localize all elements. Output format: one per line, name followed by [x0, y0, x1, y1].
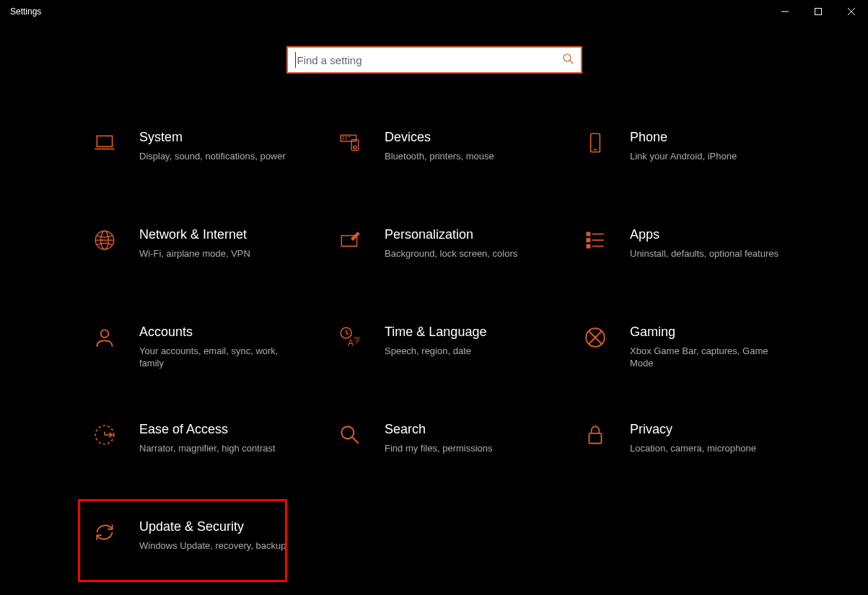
tile-devices[interactable]: Devices Bluetooth, printers, mouse	[328, 124, 574, 221]
svg-line-32	[346, 333, 348, 335]
tile-title: Privacy	[630, 422, 756, 438]
search-input[interactable]: Find a setting	[286, 46, 582, 74]
tile-personalization[interactable]: Personalization Background, lock screen,…	[328, 221, 574, 319]
svg-line-5	[570, 61, 573, 63]
tile-title: Ease of Access	[139, 422, 276, 438]
window-title: Settings	[10, 6, 41, 17]
search-area: Find a setting	[0, 46, 868, 74]
tile-title: Update & Security	[139, 519, 286, 535]
tile-title: Devices	[385, 130, 494, 146]
text-cursor	[295, 52, 296, 68]
tile-privacy[interactable]: Privacy Location, camera, microphone	[574, 416, 819, 514]
tile-desc: Wi-Fi, airplane mode, VPN	[139, 247, 250, 260]
search-icon	[562, 53, 574, 67]
person-icon	[89, 322, 120, 353]
tile-desc: Your accounts, email, sync, work, family	[139, 345, 291, 370]
laptop-icon	[89, 127, 120, 159]
tile-title: Search	[385, 422, 493, 438]
tile-desc: Find my files, permissions	[385, 442, 493, 455]
tile-title: Personalization	[385, 227, 517, 243]
devices-icon	[334, 127, 366, 159]
ease-of-access-icon	[89, 419, 120, 451]
tile-desc: Uninstall, defaults, optional features	[630, 247, 779, 260]
tile-desc: Narrator, magnifier, high contrast	[139, 442, 276, 455]
globe-icon	[89, 224, 120, 256]
tile-desc: Display, sound, notifications, power	[139, 150, 286, 163]
sync-icon	[89, 516, 120, 548]
tile-desc: Windows Update, recovery, backup	[139, 539, 286, 552]
svg-rect-25	[587, 239, 589, 242]
tile-search[interactable]: Search Find my files, permissions	[328, 416, 574, 514]
tile-system[interactable]: System Display, sound, notifications, po…	[83, 124, 328, 221]
search-placeholder: Find a setting	[297, 54, 562, 66]
tile-phone[interactable]: Phone Link your Android, iPhone	[574, 124, 819, 221]
tile-desc: Link your Android, iPhone	[630, 150, 737, 163]
svg-rect-6	[97, 136, 112, 146]
tile-desc: Background, lock screen, colors	[385, 247, 517, 260]
tile-title: Network & Internet	[139, 227, 250, 243]
tile-desc: Speech, region, date	[385, 345, 486, 358]
tile-title: Phone	[630, 130, 737, 146]
svg-line-40	[352, 437, 359, 444]
svg-rect-27	[587, 244, 589, 247]
svg-point-39	[341, 426, 354, 438]
tile-update-security[interactable]: Update & Security Windows Update, recove…	[83, 514, 328, 595]
svg-point-4	[564, 54, 571, 61]
titlebar: Settings	[0, 0, 868, 23]
tile-desc: Location, camera, microphone	[630, 442, 756, 455]
tile-desc: Bluetooth, printers, mouse	[385, 150, 494, 163]
tile-apps[interactable]: Apps Uninstall, defaults, optional featu…	[574, 221, 819, 319]
phone-icon	[579, 127, 611, 159]
close-button[interactable]	[835, 0, 868, 23]
tile-title: Time & Language	[385, 325, 486, 340]
xbox-icon	[579, 322, 611, 353]
apps-list-icon	[579, 224, 611, 256]
svg-rect-8	[341, 135, 356, 141]
svg-text:字: 字	[354, 336, 361, 344]
lock-icon	[579, 419, 611, 451]
minimize-button[interactable]	[768, 0, 802, 23]
window-controls	[768, 0, 868, 23]
magnifier-icon	[334, 419, 366, 451]
svg-point-15	[354, 146, 356, 149]
svg-rect-1	[815, 9, 822, 15]
tile-title: System	[139, 130, 286, 146]
maximize-button[interactable]	[802, 0, 835, 23]
tile-network[interactable]: Network & Internet Wi-Fi, airplane mode,…	[83, 221, 328, 319]
svg-rect-41	[589, 433, 602, 444]
svg-point-29	[101, 330, 109, 338]
tile-time-language[interactable]: A 字 Time & Language Speech, region, date	[328, 319, 574, 416]
tile-ease-of-access[interactable]: Ease of Access Narrator, magnifier, high…	[83, 416, 328, 514]
tile-accounts[interactable]: Accounts Your accounts, email, sync, wor…	[83, 319, 328, 416]
paintbrush-icon	[334, 224, 366, 256]
tile-title: Accounts	[139, 325, 291, 340]
tile-desc: Xbox Game Bar, captures, Game Mode	[630, 345, 781, 370]
time-language-icon: A 字	[334, 322, 366, 353]
tile-title: Gaming	[630, 325, 781, 340]
tile-title: Apps	[630, 227, 779, 243]
settings-grid: System Display, sound, notifications, po…	[0, 124, 868, 595]
tile-gaming[interactable]: Gaming Xbox Game Bar, captures, Game Mod…	[574, 319, 819, 416]
svg-rect-23	[587, 232, 589, 235]
